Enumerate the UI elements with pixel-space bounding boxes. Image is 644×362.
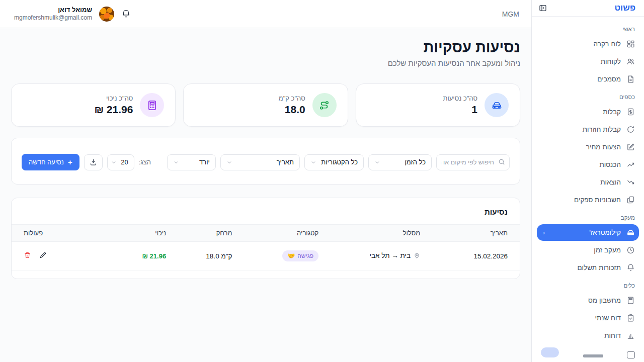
sidebar-item-time-tracking[interactable]: מעקב זמן [537, 242, 639, 258]
export-download-button[interactable] [84, 154, 103, 170]
sidebar-item-annual-report[interactable]: דוח שנתי [537, 310, 639, 326]
user-avatar[interactable] [99, 7, 114, 22]
sidebar-item-tax-calculator[interactable]: מחשבון מס [537, 292, 639, 309]
sidebar-item-clients[interactable]: לקוחות [537, 53, 639, 70]
sort-field-value: תאריך [277, 158, 294, 166]
partial-nav-item[interactable] [537, 345, 639, 360]
annual-report-icon [626, 314, 635, 322]
search-box [436, 154, 510, 170]
page-size-value: 20 [121, 158, 128, 166]
chevron-down-icon [374, 159, 380, 165]
sidebar-item-label: הוצאות [600, 178, 621, 186]
partial-label [583, 354, 603, 357]
sort-direction-value: יורד [199, 158, 210, 166]
sidebar-item-dashboard[interactable]: לוח בקרה [537, 36, 639, 52]
app-logo: פשוט [614, 3, 635, 13]
table-row: 15.02.2026 בית → תל אבי [12, 242, 520, 270]
sort-field-select[interactable]: תאריך [220, 154, 300, 170]
filter-bar: כל הזמן כל הקטגוריות תאריך יורד הצג: [11, 138, 520, 185]
stat-card-total-deduction: סה"כ ניכוי ₪ 21.96 [11, 83, 176, 127]
nav-section-tools: כלים [537, 277, 639, 292]
stat-value: 1 [443, 104, 477, 116]
price-quotes-icon [626, 143, 635, 151]
col-header-actions: פעולות [12, 225, 103, 242]
sidebar-item-label: קבלות [603, 108, 621, 116]
dashboard-icon [626, 40, 635, 48]
stat-text: סה"כ ניכוי ₪ 21.96 [94, 95, 133, 116]
time-filter-value: כל הזמן [405, 158, 426, 166]
nav-section-finance: כספים [537, 88, 639, 104]
trip-actions-cell [12, 242, 103, 270]
notifications-bell-icon[interactable] [121, 9, 131, 19]
sidebar-item-label: לוח בקרה [594, 40, 621, 48]
sidebar-item-payment-reminders[interactable]: תזכורות תשלום [537, 259, 639, 276]
plus-icon: + [68, 158, 72, 166]
delete-trash-icon[interactable] [24, 251, 31, 259]
bell-icon [626, 263, 635, 272]
stats-row: סה"כ נסיעות 1 סה"כ ק"מ 18.0 [11, 83, 520, 127]
nav-section-tracking: מעקב [537, 209, 639, 224]
page-subtitle: ניהול ומעקב אחר הנסיעות העסקיות שלכם [11, 59, 520, 67]
user-info: שמואל דואן mgmofershmulik@gmail.com [14, 6, 92, 22]
sidebar-item-recurring-receipts[interactable]: קבלות חוזרות [537, 121, 639, 138]
sidebar-item-expenses[interactable]: הוצאות [537, 174, 639, 191]
edit-pencil-icon[interactable] [39, 251, 47, 259]
trip-route-cell: בית → תל אבי [321, 242, 423, 270]
sidebar-item-supplier-invoices[interactable]: חשבוניות ספקים [537, 192, 639, 208]
stat-label: סה"כ ק"מ [279, 95, 305, 102]
table-title: נסיעות [12, 198, 520, 224]
new-trip-button-label: נסיעה חדשה [29, 158, 64, 166]
category-filter-select[interactable]: כל הקטגוריות [304, 154, 364, 170]
show-label: הצג: [139, 158, 151, 166]
chevron-down-icon [226, 159, 232, 165]
user-email: mgmofershmulik@gmail.com [14, 14, 92, 22]
sidebar-item-label: מסמכים [597, 75, 621, 83]
sidebar-item-label: הכנסות [599, 161, 621, 168]
sidebar-item-label: תזכורות תשלום [577, 264, 621, 272]
trip-deduction: ₪ 21.96 [103, 242, 169, 270]
documents-icon [626, 75, 635, 83]
sidebar-item-label: קילומטראז' [589, 229, 621, 236]
sidebar-collapse-icon[interactable] [539, 4, 547, 12]
topbar: MGM שמואל דואן mgmofershmulik@gmail.com [0, 0, 531, 28]
page-size-select[interactable]: 20 [107, 154, 134, 170]
sidebar-item-receipts[interactable]: קבלות [537, 104, 639, 120]
col-header-category: קטגוריה [235, 225, 321, 242]
category-filter-value: כל הקטגוריות [321, 158, 358, 166]
trip-route: בית → תל אבי [369, 252, 411, 259]
workspace-label: MGM [502, 10, 519, 18]
sort-direction-select[interactable]: יורד [167, 154, 216, 170]
sidebar-item-reports[interactable]: דוחות [537, 327, 639, 344]
new-trip-button[interactable]: + נסיעה חדשה [22, 154, 79, 170]
income-icon [626, 160, 635, 169]
map-pin-icon [414, 252, 420, 259]
sidebar: פשוט ראשי לוח בקרה לקוחות מסמכים כספים [531, 0, 644, 362]
stat-value: 18.0 [279, 104, 305, 116]
trip-category-cell: פגישה 🤝 [235, 242, 321, 270]
col-header-deduction: ניכוי [103, 225, 169, 242]
stat-card-total-trips: סה"כ נסיעות 1 [356, 83, 520, 127]
category-badge: פגישה 🤝 [282, 250, 318, 261]
download-icon [90, 158, 97, 166]
sidebar-item-label: דוח שנתי [595, 314, 621, 322]
partial-icon [627, 351, 635, 358]
sidebar-item-price-quotes[interactable]: הצעות מחיר [537, 139, 639, 155]
handshake-emoji-icon: 🤝 [287, 252, 295, 259]
calculator-icon [140, 93, 164, 117]
user-cluster: שמואל דואן mgmofershmulik@gmail.com [14, 6, 131, 22]
sidebar-item-label: דוחות [604, 332, 621, 339]
receipts-icon [626, 108, 635, 116]
partial-badge [541, 347, 559, 357]
route-icon [312, 93, 337, 117]
sidebar-item-documents[interactable]: מסמכים [537, 71, 639, 87]
stat-card-total-km: סה"כ ק"מ 18.0 [183, 83, 348, 127]
time-filter-select[interactable]: כל הזמן [368, 154, 432, 170]
sidebar-item-income[interactable]: הכנסות [537, 156, 639, 173]
car-icon [485, 93, 509, 117]
sidebar-item-label: מעקב זמן [594, 246, 621, 254]
app-root: פשוט ראשי לוח בקרה לקוחות מסמכים כספים [0, 0, 644, 362]
page-title: נסיעות עסקיות [11, 39, 520, 56]
sidebar-item-mileage[interactable]: קילומטראז' ‹ [537, 224, 639, 241]
chevron-down-icon [111, 159, 117, 165]
stat-text: סה"כ נסיעות 1 [443, 95, 477, 116]
